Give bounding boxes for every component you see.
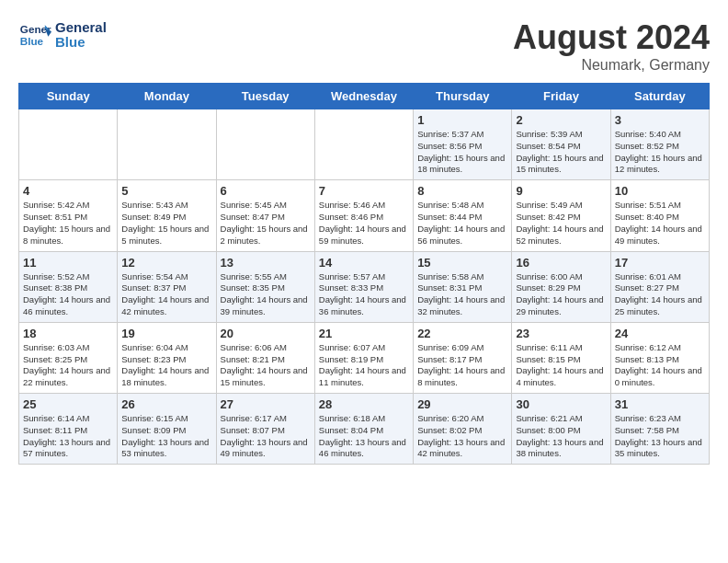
cell-content: Sunrise: 5:49 AM Sunset: 8:42 PM Dayligh… — [516, 200, 606, 247]
calendar-cell: 12Sunrise: 5:54 AM Sunset: 8:37 PM Dayli… — [118, 251, 216, 322]
day-number: 13 — [221, 256, 311, 270]
calendar-cell: 11Sunrise: 5:52 AM Sunset: 8:38 PM Dayli… — [19, 251, 118, 322]
day-number: 31 — [615, 397, 705, 411]
logo-line1: General — [55, 20, 107, 36]
day-number: 5 — [121, 184, 211, 198]
cell-content: Sunrise: 5:51 AM Sunset: 8:40 PM Dayligh… — [615, 200, 705, 247]
calendar-cell: 16Sunrise: 6:00 AM Sunset: 8:29 PM Dayli… — [512, 251, 610, 322]
calendar-cell: 19Sunrise: 6:04 AM Sunset: 8:23 PM Dayli… — [118, 322, 216, 393]
logo-icon: General Blue — [18, 18, 51, 52]
cell-content: Sunrise: 5:42 AM Sunset: 8:51 PM Dayligh… — [23, 200, 113, 247]
calendar-cell: 29Sunrise: 6:20 AM Sunset: 8:02 PM Dayli… — [414, 394, 512, 465]
calendar-cell: 9Sunrise: 5:49 AM Sunset: 8:42 PM Daylig… — [512, 180, 610, 251]
calendar-cell: 3Sunrise: 5:40 AM Sunset: 8:52 PM Daylig… — [610, 109, 709, 180]
cell-content: Sunrise: 6:01 AM Sunset: 8:27 PM Dayligh… — [615, 271, 705, 318]
day-number: 1 — [417, 113, 507, 127]
cell-content: Sunrise: 5:54 AM Sunset: 8:37 PM Dayligh… — [121, 271, 211, 318]
logo: General Blue General Blue — [18, 18, 107, 52]
day-number: 11 — [23, 256, 113, 270]
header-row: SundayMondayTuesdayWednesdayThursdayFrid… — [19, 84, 710, 109]
calendar-cell: 24Sunrise: 6:12 AM Sunset: 8:13 PM Dayli… — [610, 322, 709, 393]
day-number: 22 — [417, 327, 507, 340]
day-number: 24 — [615, 327, 705, 340]
day-number: 21 — [319, 327, 409, 340]
calendar-week-3: 11Sunrise: 5:52 AM Sunset: 8:38 PM Dayli… — [19, 251, 710, 322]
cell-content: Sunrise: 6:06 AM Sunset: 8:21 PM Dayligh… — [221, 342, 311, 389]
logo-line2: Blue — [55, 35, 107, 51]
cell-content: Sunrise: 6:11 AM Sunset: 8:15 PM Dayligh… — [516, 342, 606, 389]
calendar-cell: 14Sunrise: 5:57 AM Sunset: 8:33 PM Dayli… — [314, 251, 413, 322]
calendar-cell: 23Sunrise: 6:11 AM Sunset: 8:15 PM Dayli… — [512, 322, 610, 393]
day-number: 3 — [615, 113, 705, 127]
svg-text:Blue: Blue — [20, 35, 44, 47]
cell-content: Sunrise: 5:58 AM Sunset: 8:31 PM Dayligh… — [417, 271, 507, 318]
calendar-cell: 15Sunrise: 5:58 AM Sunset: 8:31 PM Dayli… — [414, 251, 512, 322]
calendar-cell: 20Sunrise: 6:06 AM Sunset: 8:21 PM Dayli… — [216, 322, 314, 393]
calendar-week-2: 4Sunrise: 5:42 AM Sunset: 8:51 PM Daylig… — [19, 180, 710, 251]
day-number: 19 — [121, 327, 211, 340]
cell-content: Sunrise: 5:45 AM Sunset: 8:47 PM Dayligh… — [221, 200, 311, 247]
cell-content: Sunrise: 5:40 AM Sunset: 8:52 PM Dayligh… — [615, 129, 705, 176]
calendar-cell: 4Sunrise: 5:42 AM Sunset: 8:51 PM Daylig… — [19, 180, 118, 251]
calendar-cell: 31Sunrise: 6:23 AM Sunset: 7:58 PM Dayli… — [610, 394, 709, 465]
cell-content: Sunrise: 6:17 AM Sunset: 8:07 PM Dayligh… — [221, 413, 311, 460]
calendar-cell: 25Sunrise: 6:14 AM Sunset: 8:11 PM Dayli… — [19, 394, 118, 465]
cell-content: Sunrise: 6:21 AM Sunset: 8:00 PM Dayligh… — [516, 413, 606, 460]
day-number: 20 — [221, 327, 311, 340]
calendar-cell: 17Sunrise: 6:01 AM Sunset: 8:27 PM Dayli… — [610, 251, 709, 322]
day-number: 16 — [516, 256, 606, 270]
calendar-cell: 10Sunrise: 5:51 AM Sunset: 8:40 PM Dayli… — [610, 180, 709, 251]
calendar-cell: 1Sunrise: 5:37 AM Sunset: 8:56 PM Daylig… — [414, 109, 512, 180]
calendar-cell — [216, 109, 314, 180]
calendar-cell: 21Sunrise: 6:07 AM Sunset: 8:19 PM Dayli… — [314, 322, 413, 393]
cell-content: Sunrise: 6:15 AM Sunset: 8:09 PM Dayligh… — [121, 413, 211, 460]
day-number: 29 — [417, 397, 507, 411]
day-header-wednesday: Wednesday — [314, 84, 413, 109]
day-number: 12 — [121, 256, 211, 270]
page-header: General Blue General Blue August 2024 Ne… — [18, 18, 710, 74]
day-number: 25 — [23, 397, 113, 411]
calendar-cell: 6Sunrise: 5:45 AM Sunset: 8:47 PM Daylig… — [216, 180, 314, 251]
day-header-thursday: Thursday — [414, 84, 512, 109]
cell-content: Sunrise: 5:46 AM Sunset: 8:46 PM Dayligh… — [319, 200, 409, 247]
calendar-header: SundayMondayTuesdayWednesdayThursdayFrid… — [19, 84, 710, 109]
cell-content: Sunrise: 5:37 AM Sunset: 8:56 PM Dayligh… — [417, 129, 507, 176]
calendar-week-5: 25Sunrise: 6:14 AM Sunset: 8:11 PM Dayli… — [19, 394, 710, 465]
cell-content: Sunrise: 5:39 AM Sunset: 8:54 PM Dayligh… — [516, 129, 606, 176]
day-number: 6 — [221, 184, 311, 198]
day-header-sunday: Sunday — [19, 84, 118, 109]
cell-content: Sunrise: 6:18 AM Sunset: 8:04 PM Dayligh… — [319, 413, 409, 460]
day-number: 9 — [516, 184, 606, 198]
day-number: 23 — [516, 327, 606, 340]
cell-content: Sunrise: 6:07 AM Sunset: 8:19 PM Dayligh… — [319, 342, 409, 389]
calendar-cell: 27Sunrise: 6:17 AM Sunset: 8:07 PM Dayli… — [216, 394, 314, 465]
calendar-cell: 7Sunrise: 5:46 AM Sunset: 8:46 PM Daylig… — [314, 180, 413, 251]
day-number: 26 — [121, 397, 211, 411]
day-number: 8 — [417, 184, 507, 198]
day-number: 4 — [23, 184, 113, 198]
calendar-week-4: 18Sunrise: 6:03 AM Sunset: 8:25 PM Dayli… — [19, 322, 710, 393]
day-header-saturday: Saturday — [610, 84, 709, 109]
calendar-cell: 26Sunrise: 6:15 AM Sunset: 8:09 PM Dayli… — [118, 394, 216, 465]
day-number: 28 — [319, 397, 409, 411]
cell-content: Sunrise: 6:14 AM Sunset: 8:11 PM Dayligh… — [23, 413, 113, 460]
day-number: 17 — [615, 256, 705, 270]
day-number: 7 — [319, 184, 409, 198]
calendar-cell: 30Sunrise: 6:21 AM Sunset: 8:00 PM Dayli… — [512, 394, 610, 465]
calendar-cell: 28Sunrise: 6:18 AM Sunset: 8:04 PM Dayli… — [314, 394, 413, 465]
cell-content: Sunrise: 6:00 AM Sunset: 8:29 PM Dayligh… — [516, 271, 606, 318]
cell-content: Sunrise: 5:55 AM Sunset: 8:35 PM Dayligh… — [221, 271, 311, 318]
day-number: 15 — [417, 256, 507, 270]
day-number: 18 — [23, 327, 113, 340]
cell-content: Sunrise: 6:23 AM Sunset: 7:58 PM Dayligh… — [615, 413, 705, 460]
calendar-body: 1Sunrise: 5:37 AM Sunset: 8:56 PM Daylig… — [19, 109, 710, 465]
calendar-cell: 13Sunrise: 5:55 AM Sunset: 8:35 PM Dayli… — [216, 251, 314, 322]
calendar-cell — [314, 109, 413, 180]
cell-content: Sunrise: 6:03 AM Sunset: 8:25 PM Dayligh… — [23, 342, 113, 389]
day-number: 14 — [319, 256, 409, 270]
day-header-friday: Friday — [512, 84, 610, 109]
title-block: August 2024 Neumark, Germany — [513, 18, 710, 74]
day-number: 27 — [221, 397, 311, 411]
calendar-cell: 2Sunrise: 5:39 AM Sunset: 8:54 PM Daylig… — [512, 109, 610, 180]
calendar-cell: 22Sunrise: 6:09 AM Sunset: 8:17 PM Dayli… — [414, 322, 512, 393]
